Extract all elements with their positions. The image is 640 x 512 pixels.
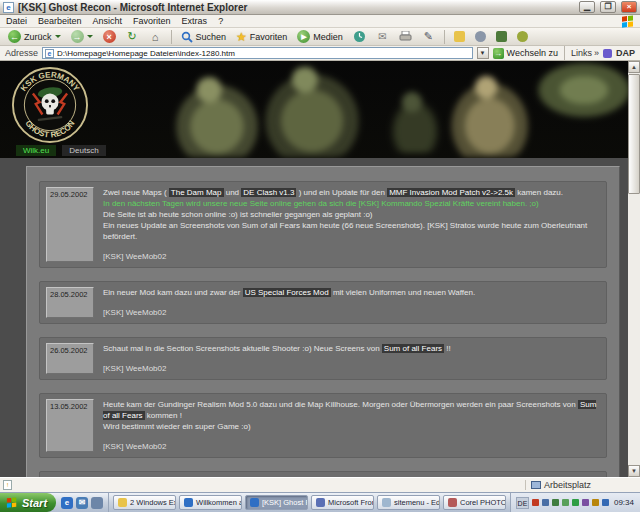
search-icon bbox=[181, 31, 193, 43]
task-buttons: 2 Windows Expl...▼Willkommen auf ...[KSK… bbox=[109, 493, 510, 512]
forward-dropdown-icon[interactable] bbox=[87, 35, 93, 38]
close-button[interactable]: × bbox=[621, 1, 637, 13]
taskbar-button--ksk-ghost-reco-[interactable]: [KSK] Ghost Reco... bbox=[245, 495, 308, 510]
network-tray-icon[interactable] bbox=[552, 499, 559, 506]
back-button[interactable]: ← Zurück bbox=[5, 29, 64, 44]
msn-tray-icon[interactable] bbox=[562, 499, 569, 506]
taskbar-button-sitemenu-editor[interactable]: sitemenu - Editor bbox=[377, 495, 440, 510]
news-link[interactable]: MMF Invasion Mod Patch v2->2.5k bbox=[387, 188, 515, 197]
news-link[interactable]: DE Clash v1.3 bbox=[241, 188, 296, 197]
refresh-button[interactable]: ↻ bbox=[123, 29, 142, 44]
edit-button[interactable]: ✎ bbox=[419, 29, 438, 44]
ie-icon bbox=[250, 498, 259, 507]
address-input[interactable]: e D:\Homepage\Homepage Dateien\index-128… bbox=[42, 47, 473, 59]
messenger-button[interactable] bbox=[493, 30, 510, 43]
menu-bar: DateiBearbeitenAnsichtFavoritenExtras? bbox=[0, 15, 640, 28]
system-tray: DE 09:34 bbox=[510, 493, 640, 512]
news-line: Schaut mal in die Section Screenshots ak… bbox=[103, 343, 600, 354]
news-entry: 26.05.2002Schaut mal in die Section Scre… bbox=[39, 337, 607, 380]
news-segment: und bbox=[224, 188, 242, 197]
news-line: In den nächsten Tagen wird unsere neue S… bbox=[103, 198, 600, 209]
toolbar-separator-2 bbox=[444, 30, 445, 44]
show-desktop-icon[interactable] bbox=[91, 497, 103, 509]
news-segment: Ein neues Update an Screenshots von Sum … bbox=[103, 221, 587, 241]
language-indicator[interactable]: DE bbox=[516, 497, 529, 509]
scheduler-tray-icon[interactable] bbox=[592, 499, 599, 506]
quick-launch-bar: e✉ bbox=[56, 493, 109, 512]
address-dropdown-button[interactable]: ▼ bbox=[477, 47, 489, 59]
maximize-button[interactable]: ❐ bbox=[600, 1, 616, 13]
stop-button[interactable]: × bbox=[100, 29, 119, 44]
forward-button[interactable]: → bbox=[68, 29, 96, 44]
links-toolbar[interactable]: Links » bbox=[571, 48, 599, 58]
media-button[interactable]: ▶ Medien bbox=[294, 29, 346, 44]
icq-tray-icon[interactable] bbox=[572, 499, 579, 506]
history-button[interactable] bbox=[350, 29, 369, 44]
taskbar-button-label: sitemenu - Editor bbox=[394, 498, 440, 507]
dap-label[interactable]: DAP bbox=[616, 48, 635, 58]
volume-tray-icon[interactable] bbox=[542, 499, 549, 506]
scrollbar-thumb[interactable] bbox=[628, 74, 640, 194]
menu-item-[interactable]: ? bbox=[218, 16, 223, 26]
vertical-scrollbar[interactable]: ▲ ▼ bbox=[628, 61, 640, 477]
edit-icon: ✎ bbox=[422, 30, 435, 43]
news-text: Zwei neue Maps ( The Dam Map und DE Clas… bbox=[103, 187, 600, 262]
menu-item-bearbeiten[interactable]: Bearbeiten bbox=[38, 16, 82, 26]
taskbar-clock: 09:34 bbox=[614, 498, 634, 507]
mail-button[interactable]: ✉ bbox=[373, 29, 392, 44]
minimize-button[interactable]: ▁ bbox=[579, 1, 595, 13]
banner-nav: Wilk.euDeutsch bbox=[16, 145, 106, 156]
my-computer-icon bbox=[531, 481, 541, 489]
discuss-icon bbox=[475, 31, 486, 42]
menu-item-favoriten[interactable]: Favoriten bbox=[133, 16, 171, 26]
search-button[interactable]: Suchen bbox=[178, 30, 230, 44]
favorites-button[interactable]: ★ Favoriten bbox=[233, 29, 290, 45]
frontpage-icon bbox=[316, 498, 325, 507]
news-segment: In den nächsten Tagen wird unsere neue S… bbox=[103, 199, 539, 208]
soldier-image-5 bbox=[528, 61, 640, 123]
news-list: 29.05.2002Zwei neue Maps ( The Dam Map u… bbox=[26, 166, 620, 477]
taskbar-button-microsoft-frontpa-[interactable]: Microsoft FrontPa... bbox=[311, 495, 374, 510]
news-link[interactable]: US Special Forces Mod bbox=[243, 288, 331, 297]
news-date: 28.05.2002 bbox=[46, 287, 94, 318]
go-button[interactable]: → Wechseln zu bbox=[493, 48, 558, 59]
home-button[interactable]: ⌂ bbox=[146, 29, 165, 44]
soldier-image-2 bbox=[258, 67, 362, 157]
go-label: Wechseln zu bbox=[507, 48, 558, 58]
start-button[interactable]: Start bbox=[0, 493, 56, 512]
discuss-button[interactable] bbox=[472, 30, 489, 43]
page-icon: e bbox=[45, 49, 54, 58]
news-link[interactable]: Sum of all Fears bbox=[382, 344, 444, 353]
scroll-up-arrow[interactable]: ▲ bbox=[628, 61, 640, 73]
ie-quicklaunch-icon[interactable]: e bbox=[61, 497, 73, 509]
outlook-quicklaunch-icon[interactable]: ✉ bbox=[76, 497, 88, 509]
back-icon: ← bbox=[8, 30, 21, 43]
links-chevron-icon[interactable]: » bbox=[594, 48, 599, 58]
print-button[interactable] bbox=[396, 30, 415, 43]
favorites-star-icon: ★ bbox=[236, 30, 247, 44]
menu-item-ansicht[interactable]: Ansicht bbox=[93, 16, 123, 26]
links-label: Links bbox=[571, 48, 592, 58]
update-tray-icon[interactable] bbox=[602, 499, 609, 506]
graphics-tray-icon[interactable] bbox=[582, 499, 589, 506]
nav-tab-wilkeu[interactable]: Wilk.eu bbox=[16, 145, 56, 156]
taskbar-button-willkommen-auf-[interactable]: Willkommen auf ... bbox=[179, 495, 242, 510]
news-segment: kamen dazu. bbox=[515, 188, 563, 197]
taskbar-button-2-windows-expl-[interactable]: 2 Windows Expl...▼ bbox=[113, 495, 176, 510]
menu-item-datei[interactable]: Datei bbox=[6, 16, 27, 26]
news-link[interactable]: The Dam Map bbox=[169, 188, 224, 197]
back-dropdown-icon[interactable] bbox=[55, 35, 61, 38]
scroll-down-arrow[interactable]: ▼ bbox=[628, 465, 640, 477]
menu-item-extras[interactable]: Extras bbox=[182, 16, 208, 26]
folders-button[interactable] bbox=[451, 30, 468, 43]
corel-icon bbox=[448, 498, 457, 507]
nav-tab-deutsch[interactable]: Deutsch bbox=[62, 145, 105, 156]
antivirus-tray-icon[interactable] bbox=[532, 499, 539, 506]
address-value: D:\Homepage\Homepage Dateien\index-1280.… bbox=[57, 49, 235, 58]
stop-icon: × bbox=[103, 30, 116, 43]
news-date: 29.05.2002 bbox=[46, 187, 94, 262]
taskbar-button-label: Willkommen auf ... bbox=[196, 498, 242, 507]
taskbar-button-label: 2 Windows Expl... bbox=[130, 498, 176, 507]
icq-button[interactable] bbox=[514, 30, 531, 43]
taskbar-button-corel-photo-pai-[interactable]: Corel PHOTO-PAI... bbox=[443, 495, 506, 510]
